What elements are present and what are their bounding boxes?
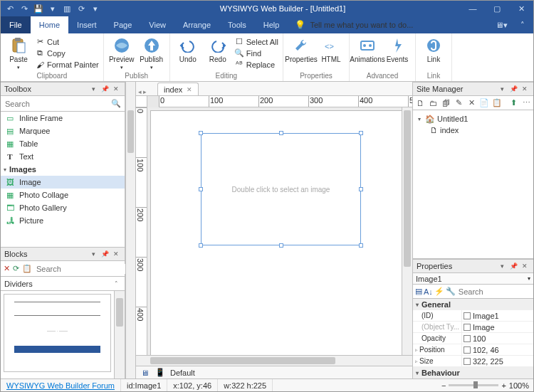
pin-icon[interactable]: 📌 bbox=[100, 249, 110, 259]
zoom-out-button[interactable]: − bbox=[441, 381, 446, 390]
selected-image-element[interactable]: Double click to select an image bbox=[201, 133, 361, 245]
tell-me-box[interactable]: 💡 Tell me what you want to do... bbox=[288, 16, 491, 33]
close-icon[interactable]: ✕ bbox=[111, 84, 121, 94]
save-icon[interactable]: 💾 bbox=[33, 4, 43, 14]
search-icon[interactable]: 🔍 bbox=[110, 99, 122, 108]
tab-next-icon[interactable]: ▸ bbox=[143, 88, 147, 95]
refresh-icon[interactable]: ⟳ bbox=[76, 4, 86, 14]
wrench-icon[interactable]: 🔧 bbox=[446, 286, 456, 297]
more-icon[interactable]: ⋯ bbox=[520, 97, 532, 109]
close-tab-icon[interactable]: ✕ bbox=[187, 86, 192, 93]
prop-opacity[interactable]: Opacity100 bbox=[413, 333, 533, 344]
new-folder-icon[interactable]: 🗀 bbox=[427, 97, 439, 109]
panel-menu-icon[interactable]: ▾ bbox=[497, 261, 507, 271]
format-painter-button[interactable]: 🖌Format Painter bbox=[35, 59, 99, 70]
events-icon[interactable]: ⚡ bbox=[434, 286, 444, 297]
menu-tools[interactable]: Tools bbox=[219, 16, 255, 33]
menu-home[interactable]: Home bbox=[31, 16, 68, 33]
panel-menu-icon[interactable]: ▾ bbox=[88, 249, 98, 259]
undo-button[interactable]: Undo bbox=[174, 35, 201, 63]
maximize-button[interactable]: ▢ bbox=[485, 1, 509, 16]
select-all-button[interactable]: ☐Select All bbox=[234, 36, 278, 47]
blocks-search-input[interactable] bbox=[35, 264, 136, 274]
import-icon[interactable]: ⬆ bbox=[508, 97, 519, 109]
canvas-scrollbar-h[interactable] bbox=[136, 355, 412, 366]
minimize-button[interactable]: — bbox=[461, 1, 485, 16]
menu-file[interactable]: File bbox=[1, 16, 31, 33]
properties-icon[interactable]: 📋 bbox=[491, 97, 503, 109]
undo-icon[interactable]: ↶ bbox=[5, 4, 15, 14]
blocks-scrollbar[interactable] bbox=[114, 291, 125, 378]
refresh-icon[interactable]: ⟳ bbox=[13, 263, 19, 275]
preview-button[interactable]: Preview▾ bbox=[108, 35, 135, 70]
toolbox-item-photo-gallery[interactable]: 🗔Photo Gallery bbox=[1, 201, 125, 214]
prop-id[interactable]: (ID)Image1 bbox=[413, 310, 533, 322]
zoom-in-button[interactable]: + bbox=[501, 381, 506, 390]
edit-icon[interactable]: ✎ bbox=[453, 97, 464, 109]
pin-icon[interactable]: 📌 bbox=[508, 261, 518, 271]
paste-icon[interactable]: 📋 bbox=[22, 263, 32, 275]
menu-help[interactable]: Help bbox=[255, 16, 288, 33]
clone-page-icon[interactable]: 🗐 bbox=[440, 97, 451, 109]
prop-size[interactable]: Size322, 225 bbox=[413, 356, 533, 367]
copy-button[interactable]: ⧉Copy bbox=[35, 48, 99, 58]
redo-button[interactable]: Redo bbox=[204, 35, 231, 63]
category-general[interactable]: General bbox=[413, 299, 533, 310]
toolbox-item-marquee[interactable]: ▤Marquee bbox=[1, 125, 125, 137]
toolbox-category-images[interactable]: Images bbox=[1, 163, 125, 176]
close-icon[interactable]: ✕ bbox=[520, 261, 530, 271]
qat-more-icon[interactable]: ▾ bbox=[90, 4, 100, 14]
find-button[interactable]: 🔍Find bbox=[234, 48, 278, 58]
animations-button[interactable]: Animations bbox=[354, 35, 381, 63]
collapse-ribbon-icon[interactable]: ˄ bbox=[512, 16, 533, 33]
menu-insert[interactable]: Insert bbox=[68, 16, 105, 33]
close-button[interactable]: ✕ bbox=[509, 1, 533, 16]
menu-page[interactable]: Page bbox=[105, 16, 141, 33]
delete-icon[interactable]: ✕ bbox=[4, 263, 10, 275]
category-behaviour[interactable]: Behaviour bbox=[413, 367, 533, 378]
expander-icon[interactable]: ▾ bbox=[416, 116, 423, 122]
toolbox-item-table[interactable]: ▦Table bbox=[1, 137, 125, 150]
toolbox-item-inline-frame[interactable]: ▭Inline Frame bbox=[1, 112, 125, 125]
tree-root[interactable]: ▾ 🏠 Untitled1 bbox=[416, 113, 530, 125]
categorized-icon[interactable]: ▤ bbox=[415, 286, 422, 297]
events-button[interactable]: Events bbox=[384, 35, 411, 63]
new-page-icon[interactable]: 🗋 bbox=[414, 97, 426, 109]
alphabetical-icon[interactable]: A↓ bbox=[424, 286, 433, 297]
menu-view[interactable]: View bbox=[140, 16, 174, 33]
replace-button[interactable]: ᴬᴮReplace bbox=[234, 59, 278, 70]
tab-prev-icon[interactable]: ◂ bbox=[138, 88, 142, 95]
desktop-icon[interactable]: 🖥 bbox=[139, 367, 150, 378]
link-button[interactable]: Link bbox=[420, 35, 447, 63]
toolbox-item-image[interactable]: 🖼Image bbox=[1, 176, 125, 189]
pin-icon[interactable]: 📌 bbox=[100, 84, 110, 94]
paste-button[interactable]: Paste ▾ bbox=[5, 35, 32, 70]
redo-icon[interactable]: ↷ bbox=[19, 4, 29, 14]
save-dropdown-icon[interactable]: ▾ bbox=[48, 4, 58, 14]
canvas[interactable]: Double click to select an image bbox=[147, 107, 402, 355]
selected-object-label[interactable]: Image1▾ bbox=[413, 273, 533, 285]
copy-icon[interactable]: 📄 bbox=[478, 97, 490, 109]
display-settings-icon[interactable]: 🖥▾ bbox=[491, 16, 512, 33]
toolbox-item-picture[interactable]: 🏞Picture bbox=[1, 214, 125, 227]
menu-arrange[interactable]: Arrange bbox=[174, 16, 219, 33]
chevron-up-icon[interactable]: ˄ bbox=[111, 279, 121, 289]
close-icon[interactable]: ✕ bbox=[111, 249, 121, 259]
pin-icon[interactable]: 📌 bbox=[508, 84, 518, 94]
tree-page-index[interactable]: 🗋 index bbox=[416, 125, 530, 136]
canvas-scrollbar-v[interactable] bbox=[402, 107, 412, 355]
mobile-icon[interactable]: 📱 bbox=[155, 367, 166, 378]
html-button[interactable]: <> HTML bbox=[318, 35, 345, 63]
breakpoint-label[interactable]: Default bbox=[170, 369, 195, 377]
forum-link[interactable]: WYSIWYG Web Builder Forum bbox=[1, 379, 121, 391]
divider-preview[interactable]: —— · —— bbox=[4, 294, 111, 372]
close-icon[interactable]: ✕ bbox=[520, 84, 530, 94]
cut-button[interactable]: ✂Cut bbox=[35, 36, 99, 47]
panel-menu-icon[interactable]: ▾ bbox=[497, 84, 507, 94]
open-icon[interactable]: ▥ bbox=[62, 4, 72, 14]
toolbox-item-text[interactable]: TText bbox=[1, 150, 125, 163]
delete-icon[interactable]: ✕ bbox=[466, 97, 477, 109]
panel-menu-icon[interactable]: ▾ bbox=[88, 84, 98, 94]
document-tab-index[interactable]: index ✕ bbox=[157, 83, 199, 95]
prop-position[interactable]: Position102, 46 bbox=[413, 344, 533, 356]
